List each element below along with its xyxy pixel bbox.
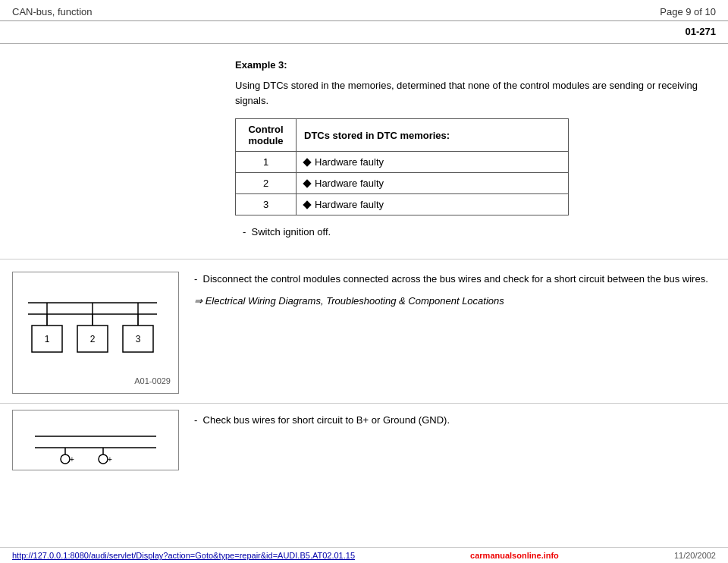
example-title: Example 3: <box>235 59 713 71</box>
footer-logo: carmanualsonline.info <box>470 551 559 560</box>
table-col1-header: Control module <box>236 119 297 152</box>
circuit-diagram-svg: 1 2 3 <box>20 280 165 371</box>
switch-instruction: - Switch ignition off. <box>235 226 713 237</box>
dtc-entry: Hardware faulty <box>304 156 560 168</box>
diagram-instructions: - Disconnect the control modules connect… <box>187 266 728 400</box>
table-row: 1Hardware faulty <box>236 152 569 173</box>
diagram-caption: A01-0029 <box>20 376 171 385</box>
svg-text:+: + <box>108 455 112 464</box>
diamond-bullet-icon <box>303 158 311 166</box>
ground-diagram-svg: + + <box>27 421 164 467</box>
page-number: Page 9 of 10 <box>660 6 716 17</box>
bus-diagram: 1 2 3 <box>20 280 171 373</box>
bottom-instruction-dash: - <box>194 414 203 426</box>
dtc-label: Hardware faulty <box>315 156 384 168</box>
table-row: 2Hardware faulty <box>236 173 569 194</box>
dtc-label: Hardware faulty <box>315 199 384 210</box>
svg-text:1: 1 <box>45 334 50 344</box>
content-area: Example 3: Using DTCs stored in the memo… <box>0 44 728 253</box>
bottom-section: + + - Check bus wires for short circuit … <box>0 403 728 477</box>
dtc-label: Hardware faulty <box>315 178 384 189</box>
wiring-diagram-ref: ⇒ Electrical Wiring Diagrams, Troublesho… <box>194 294 720 310</box>
example-description: Using DTCs stored in the memories, deter… <box>235 78 713 108</box>
bottom-instruction: Check bus wires for short circuit to B+ … <box>203 414 450 426</box>
footer-date: 11/20/2002 <box>674 551 716 560</box>
svg-text:+: + <box>70 455 74 464</box>
left-panel <box>0 52 228 253</box>
svg-point-16 <box>61 454 70 464</box>
diagram-box: 1 2 3 A01-0029 <box>12 272 179 394</box>
svg-text:3: 3 <box>136 334 141 344</box>
diagram-section: 1 2 3 A01-0029 - Disconnect the control … <box>0 259 728 400</box>
diamond-bullet-icon <box>303 200 311 209</box>
doc-number: 01-271 <box>0 21 728 44</box>
bottom-right: - Check bus wires for short circuit to B… <box>187 404 728 477</box>
module-number: 1 <box>236 152 297 173</box>
table-col2-header: DTCs stored in DTC memories: <box>297 119 569 152</box>
dtc-entry-cell: Hardware faulty <box>297 194 569 215</box>
dtc-entry: Hardware faulty <box>304 199 560 210</box>
svg-point-19 <box>99 454 108 464</box>
dtc-entry-cell: Hardware faulty <box>297 152 569 173</box>
disconnect-instruction: - Disconnect the control modules connect… <box>194 272 720 288</box>
page-title: CAN-bus, function <box>12 6 93 17</box>
table-row: 3Hardware faulty <box>236 194 569 215</box>
diamond-bullet-icon <box>303 179 311 187</box>
dtc-entry: Hardware faulty <box>304 178 560 189</box>
dtc-entry-cell: Hardware faulty <box>297 173 569 194</box>
module-number: 3 <box>236 194 297 215</box>
dtc-table: Control module DTCs stored in DTC memori… <box>235 118 569 215</box>
page-footer: http://127.0.0.1:8080/audi/servlet/Displ… <box>0 547 728 563</box>
bottom-diagram-box: + + <box>12 410 179 470</box>
module-number: 2 <box>236 173 297 194</box>
svg-text:2: 2 <box>90 334 96 344</box>
footer-url[interactable]: http://127.0.0.1:8080/audi/servlet/Displ… <box>12 551 355 560</box>
page-header: CAN-bus, function Page 9 of 10 <box>0 0 728 21</box>
right-panel: Example 3: Using DTCs stored in the memo… <box>228 52 728 253</box>
